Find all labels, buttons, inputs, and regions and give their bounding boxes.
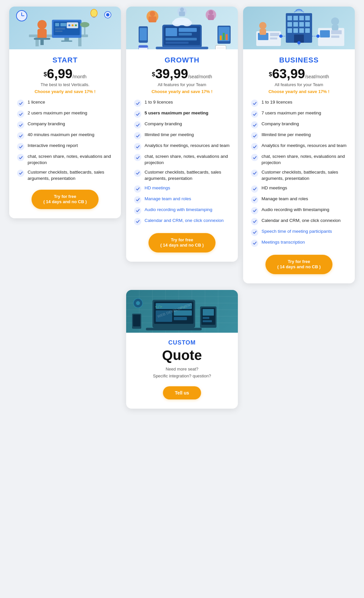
svg-point-25	[106, 13, 109, 16]
svg-rect-119	[203, 320, 212, 322]
business-subtitle: All features for your Team	[251, 82, 347, 87]
list-item: Customer checklists, battlecards, sales …	[251, 169, 347, 182]
svg-point-47	[182, 20, 192, 26]
svg-point-19	[72, 24, 74, 26]
business-currency: $	[269, 71, 272, 78]
list-item: Illimited time per meeting	[134, 132, 230, 139]
list-item: 1 to 9 licences	[134, 99, 230, 107]
growth-period: /seat/month	[188, 74, 212, 79]
growth-illustration	[126, 7, 238, 49]
check-icon	[17, 121, 24, 129]
list-item: Interactive meeting report	[17, 143, 113, 150]
svg-rect-70	[287, 28, 292, 33]
svg-rect-9	[34, 38, 50, 40]
list-item: Calendar and CRM, one click connexion	[251, 218, 347, 225]
svg-rect-86	[332, 25, 338, 30]
custom-plan-name: CUSTOM	[134, 339, 230, 346]
business-features: 1 to 19 licences 7 users maximum per mee…	[251, 99, 347, 247]
list-item: chat, screen share, notes, evaluations a…	[134, 154, 230, 166]
svg-rect-52	[220, 36, 222, 40]
start-features: 1 licence 2 users maximum per meeting Co…	[17, 99, 113, 182]
business-price-row: $63,99/seat/month	[251, 67, 347, 80]
growth-price-row: $39,99/seat/month	[134, 67, 230, 80]
svg-rect-69	[305, 22, 310, 27]
svg-rect-72	[299, 28, 304, 33]
list-item: 1 licence	[17, 99, 113, 107]
list-item: HD meetings	[134, 185, 230, 193]
svg-rect-73	[305, 28, 310, 33]
svg-rect-57	[216, 45, 226, 49]
business-try-button[interactable]: Try for free ( 14 days and no CB )	[265, 255, 332, 275]
svg-point-79	[259, 22, 266, 29]
list-item: Speech time of meeting participants	[251, 228, 347, 236]
svg-rect-53	[223, 33, 225, 40]
check-icon	[134, 121, 141, 129]
start-illustration	[9, 7, 121, 49]
list-item: Audio recording with timestamping	[134, 207, 230, 214]
list-item: 2 users maximum per meeting	[17, 110, 113, 118]
check-icon	[17, 154, 24, 161]
check-icon	[17, 110, 24, 118]
svg-rect-65	[305, 16, 310, 20]
check-icon	[251, 240, 258, 247]
check-icon	[251, 132, 258, 139]
business-illustration	[243, 7, 355, 49]
svg-rect-62	[287, 16, 292, 20]
svg-point-18	[68, 24, 70, 26]
growth-features: 1 to 9 licences 5 users maximum per meet…	[134, 99, 230, 225]
list-item: Manage team and roles	[251, 196, 347, 203]
svg-point-20	[75, 24, 77, 26]
business-price: 63,99	[272, 66, 305, 81]
check-icon	[134, 154, 141, 161]
svg-text:</>: </>	[155, 304, 162, 309]
svg-point-91	[316, 35, 320, 38]
check-icon	[251, 185, 258, 193]
check-icon	[134, 185, 141, 193]
growth-plan-name: GROWTH	[134, 56, 230, 64]
list-item: Customer checklists, battlecards, sales …	[17, 169, 113, 182]
custom-quote-title: Quote	[134, 347, 230, 363]
check-icon	[134, 110, 141, 118]
start-save-text: Choose yearly and save 17% !	[17, 89, 113, 94]
svg-rect-78	[270, 37, 277, 39]
check-icon	[134, 170, 141, 177]
list-item: Company branding	[134, 121, 230, 129]
check-icon	[17, 170, 24, 177]
custom-illustration: WEB DEVELOPMENT </> { }	[126, 290, 238, 333]
check-icon	[134, 143, 141, 150]
tell-us-button[interactable]: Tell us	[163, 386, 201, 399]
svg-rect-44	[208, 15, 214, 20]
svg-rect-33	[179, 33, 192, 36]
svg-point-114	[136, 301, 140, 305]
svg-rect-54	[226, 34, 228, 40]
svg-rect-66	[287, 22, 292, 27]
svg-point-7	[37, 20, 47, 29]
start-card: START $6,99/month The best to test Verti…	[9, 7, 121, 218]
list-item: 7 users maximum per meeting	[251, 110, 347, 118]
start-try-button[interactable]: Try for free ( 14 days and no CB )	[32, 190, 99, 209]
list-item: Illimited time per meeting	[251, 132, 347, 139]
svg-rect-13	[55, 23, 59, 26]
growth-try-button[interactable]: Try for free ( 14 days and no CB )	[148, 233, 216, 253]
list-item: chat, screen share, notes, evaluations a…	[251, 154, 347, 166]
start-currency: $	[44, 71, 47, 78]
check-icon	[17, 100, 24, 107]
svg-text:{ }: { }	[180, 305, 186, 309]
check-icon	[17, 143, 24, 150]
list-item: Analytics for meetings, resources and te…	[251, 143, 347, 150]
start-price: 6,99	[47, 66, 73, 81]
svg-rect-8	[37, 29, 47, 39]
svg-rect-34	[166, 38, 197, 40]
svg-rect-15	[55, 28, 65, 30]
growth-currency: $	[152, 71, 155, 78]
list-item: Customer checklists, battlecards, sales …	[134, 169, 230, 182]
svg-rect-6	[61, 40, 72, 42]
svg-rect-49	[140, 28, 147, 40]
check-icon	[251, 196, 258, 203]
check-icon	[251, 154, 258, 161]
start-price-row: $6,99/month	[17, 67, 113, 80]
list-item: Company branding	[17, 121, 113, 129]
svg-point-92	[297, 41, 301, 44]
svg-rect-83	[331, 30, 342, 34]
check-icon	[251, 110, 258, 118]
